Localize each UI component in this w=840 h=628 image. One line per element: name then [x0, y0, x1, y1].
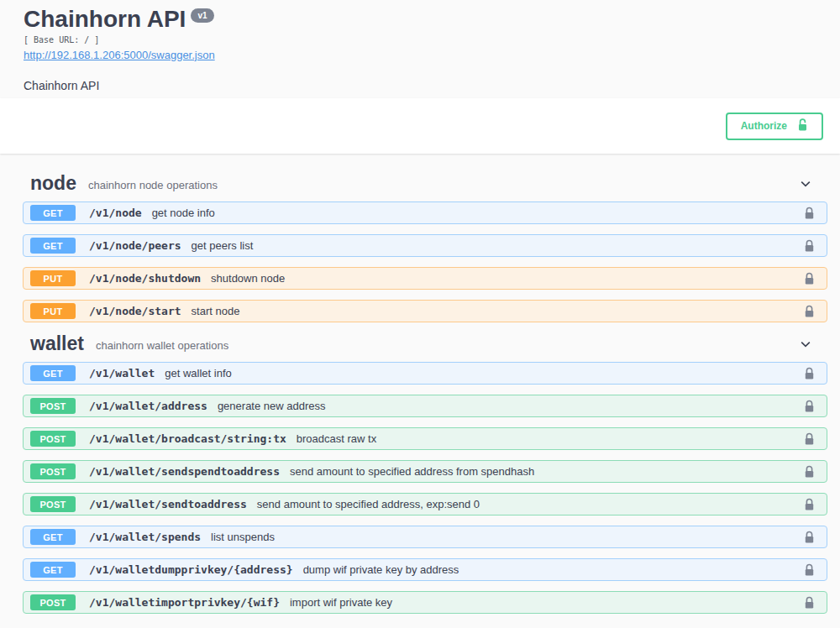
operation-summary: import wif private key [290, 596, 392, 609]
section-operations: GET /v1/wallet get wallet info POST /v1/… [23, 362, 827, 614]
operations-section-node: node chainhorn node operations GET /v1/n… [23, 172, 827, 322]
method-badge: GET [30, 529, 76, 545]
operation-path: /v1/node [89, 207, 142, 219]
section-header[interactable]: wallet chainhorn wallet operations [23, 332, 827, 355]
lock-icon[interactable] [804, 465, 815, 479]
operation-path: /v1/wallet/sendspendtoaddress [89, 465, 280, 478]
method-badge: PUT [30, 270, 76, 286]
operation-row[interactable]: GET /v1/node get node info [23, 201, 827, 224]
operation-path: /v1/wallet/sendtoaddress [89, 498, 247, 510]
method-badge: PUT [30, 303, 76, 319]
operations-section-wallet: wallet chainhorn wallet operations GET /… [23, 332, 827, 614]
unlock-icon [797, 118, 808, 134]
method-badge: GET [30, 238, 76, 254]
operation-path: /v1/node/peers [89, 239, 181, 252]
operation-path: /v1/wallet/broadcast/string:tx [89, 432, 286, 445]
method-badge: POST [30, 398, 76, 414]
section-description: chainhorn node operations [88, 175, 218, 191]
operation-row[interactable]: PUT /v1/node/shutdown shutdown node [23, 267, 827, 290]
operation-row[interactable]: POST /v1/wallet/address generate new add… [23, 395, 827, 417]
lock-icon[interactable] [804, 432, 815, 446]
chevron-down-icon[interactable] [799, 177, 812, 191]
lock-icon[interactable] [804, 563, 815, 577]
lock-icon[interactable] [804, 596, 815, 610]
operation-summary: send amount to specified address from sp… [290, 465, 534, 478]
operation-summary: dump wif private key by address [303, 563, 459, 576]
section-header[interactable]: node chainhorn node operations [23, 172, 827, 195]
method-badge: GET [30, 365, 76, 381]
operation-path: /v1/node/start [89, 305, 181, 317]
base-url-label: [ Base URL: / ] [24, 35, 816, 44]
operation-row[interactable]: POST /v1/wallet/sendtoaddress send amoun… [23, 493, 827, 515]
operation-summary: get wallet info [165, 367, 232, 379]
method-badge: GET [30, 562, 76, 578]
spec-link[interactable]: http://192.168.1.206:5000/swagger.json [24, 49, 215, 61]
operation-path: /v1/walletdumpprivkey/{address} [89, 563, 293, 576]
method-badge: POST [30, 431, 76, 447]
operation-row[interactable]: POST /v1/wallet/sendspendtoaddress send … [23, 460, 827, 483]
lock-icon[interactable] [804, 531, 815, 544]
sections: node chainhorn node operations GET /v1/n… [0, 154, 840, 614]
section-description: chainhorn wallet operations [96, 336, 228, 352]
api-description: Chainhorn API [24, 79, 816, 92]
operation-row[interactable]: GET /v1/wallet/spends list unspends [23, 526, 827, 548]
lock-icon[interactable] [804, 305, 815, 318]
operation-row[interactable]: GET /v1/wallet get wallet info [23, 362, 827, 385]
method-badge: POST [30, 496, 76, 512]
operation-row[interactable]: GET /v1/node/peers get peers list [23, 234, 827, 257]
operation-path: /v1/wallet [89, 367, 155, 379]
operation-summary: start node [192, 305, 240, 317]
operation-path: /v1/walletimportprivkey/{wif} [89, 596, 280, 609]
version-badge: v1 [191, 8, 213, 23]
api-info-header: Chainhorn API v1 [ Base URL: / ] http://… [0, 0, 840, 98]
operation-path: /v1/node/shutdown [89, 272, 201, 285]
method-badge: POST [30, 594, 76, 610]
scheme-container: Authorize [0, 98, 840, 154]
operation-path: /v1/wallet/spends [89, 531, 201, 543]
operation-summary: shutdown node [211, 272, 285, 285]
operation-summary: send amount to specified address, exp:se… [257, 498, 480, 510]
authorize-button[interactable]: Authorize [726, 113, 823, 140]
operation-summary: broadcast raw tx [297, 432, 376, 445]
operation-summary: get peers list [192, 239, 254, 252]
section-title: node [30, 172, 76, 195]
operation-row[interactable]: PUT /v1/node/start start node [23, 300, 827, 322]
lock-icon[interactable] [804, 367, 815, 380]
lock-icon[interactable] [804, 239, 815, 253]
method-badge: POST [30, 463, 76, 479]
lock-icon[interactable] [804, 207, 815, 220]
operation-row[interactable]: POST /v1/walletimportprivkey/{wif} impor… [23, 591, 827, 614]
operation-summary: list unspends [211, 531, 275, 543]
lock-icon[interactable] [804, 400, 815, 413]
operation-row[interactable]: GET /v1/walletdumpprivkey/{address} dump… [23, 558, 827, 581]
section-title: wallet [30, 332, 84, 355]
method-badge: GET [30, 205, 76, 221]
lock-icon[interactable] [804, 498, 815, 511]
authorize-button-label: Authorize [741, 120, 787, 132]
lock-icon[interactable] [804, 272, 815, 285]
operation-summary: get node info [152, 207, 215, 219]
operation-path: /v1/wallet/address [89, 400, 207, 412]
section-operations: GET /v1/node get node info GET /v1/node/… [23, 201, 827, 322]
operation-summary: generate new address [218, 400, 326, 412]
page-title: Chainhorn API [24, 7, 186, 33]
chevron-down-icon[interactable] [799, 338, 812, 351]
operation-row[interactable]: POST /v1/wallet/broadcast/string:tx broa… [23, 427, 827, 450]
title-row: Chainhorn API v1 [24, 7, 816, 33]
